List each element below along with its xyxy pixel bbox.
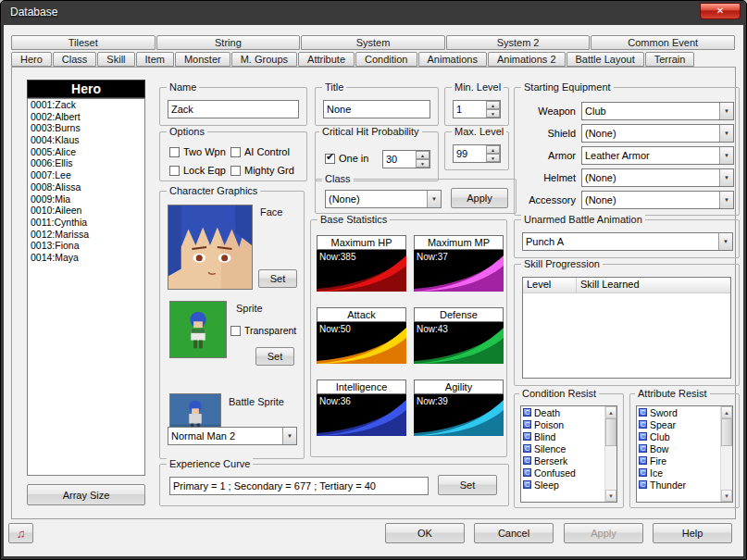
critical-value-spinner[interactable]: ▲ ▼ <box>382 150 430 168</box>
condition-resist-item[interactable]: C Berserk <box>521 454 604 467</box>
skill-progression-list[interactable]: Level Skill Learned <box>522 277 731 379</box>
option-checkbox[interactable]: AI Control <box>230 146 303 157</box>
unarmed-animation-dropdown[interactable]: Punch A ▼ <box>522 232 733 251</box>
transparent-checkbox[interactable]: Transparent <box>230 325 296 336</box>
min-level-input[interactable] <box>454 101 485 118</box>
dropdown-arrow-icon[interactable]: ▼ <box>719 147 733 164</box>
critical-value-input[interactable] <box>383 151 415 168</box>
checkbox-box[interactable] <box>169 147 180 157</box>
scroll-up-icon[interactable]: ▲ <box>605 406 616 418</box>
hero-list-item[interactable]: 0010:Aileen <box>28 205 144 217</box>
attribute-resist-item[interactable]: C Spear <box>637 418 720 430</box>
spin-down-icon[interactable]: ▼ <box>486 109 500 118</box>
checkbox-box[interactable] <box>169 166 180 176</box>
dropdown-arrow-icon[interactable]: ▼ <box>719 125 733 142</box>
hero-list-item[interactable]: 0008:Alissa <box>28 181 144 193</box>
class-dropdown[interactable]: (None) ▼ <box>325 190 442 208</box>
attribute-resist-item[interactable]: C Ice <box>637 467 720 479</box>
max-level-spinner[interactable]: ▲ ▼ <box>453 144 501 163</box>
tab[interactable]: Item <box>136 52 174 67</box>
scroll-down-icon[interactable]: ▼ <box>605 490 616 502</box>
tab[interactable]: Tileset <box>11 35 156 50</box>
condition-resist-item[interactable]: C Silence <box>521 442 604 454</box>
array-size-button[interactable]: Array Size <box>27 484 145 505</box>
equipment-dropdown[interactable]: Club ▼ <box>581 102 734 120</box>
stat-cell[interactable]: Agility Now:39 <box>414 380 504 436</box>
experience-set-button[interactable]: Set <box>438 475 497 495</box>
equipment-dropdown[interactable]: (None) ▼ <box>581 124 734 143</box>
one-in-checkbox[interactable]: ✔ One in <box>325 153 368 164</box>
dropdown-arrow-icon[interactable]: ▼ <box>719 169 733 186</box>
title-bar[interactable]: Database ✕ <box>1 1 746 25</box>
hero-list-item[interactable]: 0002:Albert <box>28 111 144 123</box>
stat-graph[interactable]: Now:39 <box>414 394 504 436</box>
option-checkbox[interactable]: Lock Eqp <box>169 165 230 176</box>
spin-up-icon[interactable]: ▲ <box>416 151 430 159</box>
ok-button[interactable]: OK <box>385 523 465 543</box>
checkbox-box[interactable] <box>230 147 241 157</box>
scroll-up-icon[interactable]: ▲ <box>721 406 732 418</box>
hero-list-item[interactable]: 0012:Marissa <box>28 229 144 241</box>
checkbox-box[interactable] <box>230 166 241 176</box>
equipment-dropdown[interactable]: (None) ▼ <box>581 191 734 209</box>
title-input[interactable] <box>323 100 430 118</box>
tab[interactable]: Skill <box>97 52 134 67</box>
tab[interactable]: Battle Layout <box>566 52 644 67</box>
cancel-button[interactable]: Cancel <box>474 523 554 543</box>
scroll-down-icon[interactable]: ▼ <box>721 490 732 502</box>
sprite-set-button[interactable]: Set <box>255 347 294 366</box>
class-apply-button[interactable]: Apply <box>451 188 508 208</box>
tab[interactable]: Monster <box>175 52 230 67</box>
stat-graph[interactable]: Now:36 <box>317 394 406 436</box>
hero-list-item[interactable]: 0014:Maya <box>28 252 144 264</box>
help-button[interactable]: Help <box>653 523 732 543</box>
condition-resist-item[interactable]: C Blind <box>521 430 604 442</box>
dropdown-arrow-icon[interactable]: ▼ <box>718 233 732 250</box>
min-level-spinner[interactable]: ▲ ▼ <box>453 100 501 118</box>
condition-resist-item[interactable]: C Confused <box>521 467 604 479</box>
tab[interactable]: Attribute <box>298 52 355 67</box>
tab[interactable]: Class <box>53 52 97 67</box>
condition-resist-item[interactable]: C Sleep <box>521 479 604 491</box>
stat-cell[interactable]: Defense Now:43 <box>414 307 504 364</box>
attribute-resist-item[interactable]: C Fire <box>637 454 720 467</box>
column-header-level[interactable]: Level <box>523 278 577 293</box>
tab[interactable]: Hero <box>11 52 52 67</box>
close-button[interactable]: ✕ <box>700 3 741 19</box>
hero-list-item[interactable]: 0005:Alice <box>28 146 144 158</box>
hero-list-item[interactable]: 0013:Fiona <box>28 240 144 252</box>
condition-resist-list[interactable]: C Death C Poison C Blind <box>520 405 617 503</box>
attribute-resist-list[interactable]: C Sword C Spear C Club <box>636 405 733 503</box>
stat-cell[interactable]: Intelligence Now:36 <box>317 380 406 436</box>
tab[interactable]: String <box>156 35 301 50</box>
scrollbar[interactable]: ▲ ▼ <box>604 406 616 502</box>
tab[interactable]: System 2 <box>446 35 591 50</box>
name-input[interactable] <box>168 100 299 118</box>
column-header-skill[interactable]: Skill Learned <box>577 278 730 293</box>
hero-list-item[interactable]: 0001:Zack <box>28 99 144 111</box>
equipment-dropdown[interactable]: (None) ▼ <box>581 168 734 187</box>
attribute-resist-item[interactable]: C Club <box>637 430 720 442</box>
apply-button[interactable]: Apply <box>564 523 643 543</box>
stat-cell[interactable]: Maximum MP Now:37 <box>414 235 504 292</box>
hero-list-item[interactable]: 0003:Burns <box>28 122 144 134</box>
tab[interactable]: Animations <box>418 52 487 67</box>
dropdown-arrow-icon[interactable]: ▼ <box>719 103 733 119</box>
spin-up-icon[interactable]: ▲ <box>486 145 500 154</box>
stat-cell[interactable]: Maximum HP Now:385 <box>317 235 406 292</box>
scrollbar[interactable]: ▲ ▼ <box>720 406 732 502</box>
hero-list-item[interactable]: 0004:Klaus <box>28 134 144 146</box>
stat-graph[interactable]: Now:50 <box>317 322 406 364</box>
tab[interactable]: Condition <box>355 52 417 67</box>
hero-list[interactable]: 0001:Zack0002:Albert0003:Burns0004:Klaus… <box>27 98 145 476</box>
tab[interactable]: M. Groups <box>231 52 297 67</box>
scrollbar-thumb[interactable] <box>721 418 732 446</box>
condition-resist-item[interactable]: C Poison <box>521 418 604 430</box>
hero-list-item[interactable]: 0007:Lee <box>28 169 144 181</box>
hero-list-item[interactable]: 0011:Cynthia <box>28 217 144 229</box>
option-checkbox[interactable]: Mighty Grd <box>230 165 303 176</box>
equipment-dropdown[interactable]: Leather Armor ▼ <box>581 146 734 165</box>
attribute-resist-item[interactable]: C Thunder <box>637 479 720 491</box>
hero-list-item[interactable]: 0009:Mia <box>28 193 144 205</box>
tab[interactable]: Animations 2 <box>488 52 566 67</box>
